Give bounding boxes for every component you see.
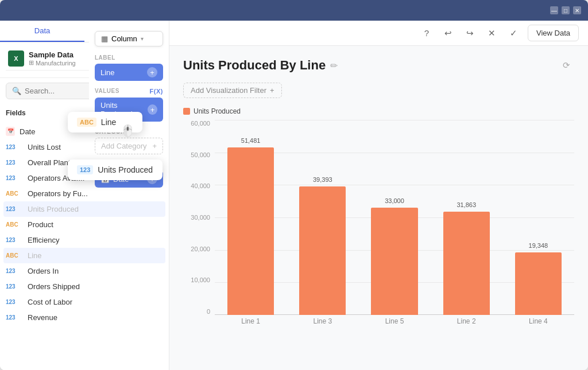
- chart-area: Units Produced By Line ✏ ⟳ Add Visualiza…: [169, 46, 588, 370]
- values-section-header: VALUES F(x): [95, 88, 163, 95]
- y-label-20k: 20,000: [191, 246, 210, 252]
- help-button[interactable]: ?: [419, 25, 435, 41]
- filter-plus-icon: +: [270, 86, 274, 95]
- y-label-30k: 30,000: [191, 214, 210, 221]
- undo-button[interactable]: ↩: [440, 25, 457, 41]
- search-icon: 🔍: [12, 87, 21, 95]
- bar-val-line2: 31,863: [457, 201, 476, 208]
- label-add-button[interactable]: +: [147, 67, 157, 77]
- redo-button[interactable]: ↪: [462, 25, 478, 41]
- drag-item-units: 123 Units Produced: [77, 165, 153, 174]
- bar-val-line4: 19,348: [529, 242, 548, 249]
- x-label-line3: Line 3: [287, 317, 358, 325]
- field-line[interactable]: ABC Line: [3, 248, 165, 263]
- confirm-button[interactable]: ✓: [506, 25, 522, 41]
- chart-type-selector[interactable]: ▦ Column ▾: [95, 31, 163, 46]
- values-popup-label: Units Produced: [98, 165, 153, 174]
- y-label-10k: 10,000: [191, 276, 210, 283]
- bar-val-line3: 39,393: [313, 176, 332, 183]
- bar-col-line2: 31,863: [431, 120, 502, 315]
- field-name-product: Product: [28, 220, 53, 229]
- field-name-units-lost: Units Lost: [28, 143, 61, 151]
- field-type-orders-ship: 123: [6, 283, 23, 290]
- close-chart-button[interactable]: ✕: [484, 25, 500, 41]
- bar-line4[interactable]: 19,348: [515, 252, 562, 315]
- field-type-line: ABC: [6, 252, 23, 259]
- main-window: — □ ✕ Data Settings X Sample Data ⊞: [0, 0, 588, 370]
- field-type-units-prod: 123: [6, 206, 23, 212]
- y-label-50k: 50,000: [191, 151, 210, 158]
- label-section-header: LABEL: [95, 54, 163, 61]
- excel-icon: X: [8, 50, 24, 67]
- bar-col-line4: 19,348: [502, 120, 574, 315]
- values-add-button[interactable]: +: [148, 104, 157, 115]
- field-type-efficiency: 123: [6, 237, 23, 243]
- field-type-ops-avail: 123: [6, 175, 23, 181]
- field-name-ops-fu: Operators by Fu...: [28, 189, 88, 198]
- chart-type-icon: ▦: [101, 34, 108, 43]
- bars-row: 51,481 39,393: [215, 120, 574, 315]
- field-name-orders-ship: Orders Shipped: [28, 282, 80, 291]
- bar-col-line3: 39,393: [287, 120, 358, 315]
- field-name-date: Date: [20, 127, 35, 136]
- chart-refresh-icon[interactable]: ⟳: [558, 57, 574, 73]
- bar-line2[interactable]: 31,863: [443, 212, 490, 315]
- drag-popup-units: 123 Units Produced: [68, 159, 163, 180]
- view-data-button[interactable]: View Data: [528, 25, 579, 41]
- right-panel: ? ↩ ↪ ✕ ✓ View Data Units Produced By Li…: [169, 21, 588, 370]
- x-label-line4: Line 4: [502, 317, 574, 325]
- y-label-0: 0: [207, 308, 210, 315]
- field-cost-of-labor[interactable]: 123 Cost of Labor: [3, 294, 165, 310]
- chart-toolbar: ? ↩ ↪ ✕ ✓ View Data: [169, 21, 588, 46]
- field-units-produced[interactable]: 123 Units Produced: [3, 201, 165, 217]
- field-type-orders-in: 123: [6, 268, 23, 274]
- field-type-units-lost: 123: [6, 144, 23, 150]
- bar-val-line5: 33,000: [385, 197, 404, 204]
- field-type-product: ABC: [6, 221, 23, 228]
- field-product[interactable]: ABC Product: [3, 217, 165, 232]
- minimize-button[interactable]: —: [550, 6, 558, 14]
- field-type-cost: 123: [6, 299, 23, 305]
- bar-line5[interactable]: 33,000: [371, 208, 417, 315]
- bar-col-line1: 51,481: [215, 120, 287, 315]
- bar-line1[interactable]: 51,481: [227, 147, 274, 315]
- window-controls: — □ ✕: [550, 6, 581, 14]
- num-badge: 123: [77, 165, 93, 174]
- bar-col-line5: 33,000: [358, 120, 430, 315]
- field-type-ops-fu: ABC: [6, 190, 23, 197]
- field-name-orders-in: Orders In: [28, 267, 59, 275]
- legend-label: Units Produced: [194, 107, 241, 115]
- bar-line3[interactable]: 39,393: [299, 186, 346, 315]
- drag-item-label: Line: [101, 118, 116, 127]
- maximize-button[interactable]: □: [562, 6, 570, 14]
- y-label-60k: 60,000: [191, 120, 210, 127]
- field-orders-shipped[interactable]: 123 Orders Shipped: [3, 279, 165, 294]
- x-label-line5: Line 5: [358, 317, 430, 325]
- x-label-line2: Line 2: [431, 317, 502, 325]
- bars-area: 51,481 39,393: [215, 120, 574, 315]
- edit-title-icon[interactable]: ✏: [330, 60, 338, 71]
- label-section: LABEL Line +: [95, 54, 163, 81]
- field-name-revenue: Revenue: [28, 313, 57, 322]
- field-revenue[interactable]: 123 Revenue: [3, 310, 165, 325]
- abc-badge: ABC: [77, 118, 96, 127]
- field-name-units-prod: Units Produced: [28, 205, 79, 213]
- legend-color-dot: [183, 108, 190, 115]
- close-window-button[interactable]: ✕: [573, 6, 581, 14]
- drag-popup-line: ABC Line: [68, 112, 142, 133]
- chart-inner: 60,000 50,000 40,000 30,000 20,000 10,00…: [183, 120, 574, 315]
- field-type-revenue: 123: [6, 314, 23, 321]
- date-icon: 📅: [6, 127, 15, 136]
- chart-title: Units Produced By Line: [183, 58, 326, 73]
- chart-type-label: Column: [111, 34, 137, 43]
- category-plus-icon: +: [152, 142, 157, 150]
- label-field-pill[interactable]: Line +: [95, 64, 163, 81]
- field-orders-in[interactable]: 123 Orders In: [3, 263, 165, 279]
- field-efficiency[interactable]: 123 Efficiency: [3, 232, 165, 248]
- field-name-cost: Cost of Labor: [28, 298, 72, 306]
- tab-data[interactable]: Data: [0, 21, 84, 42]
- add-filter-button[interactable]: Add Visualization Filter +: [183, 83, 282, 98]
- fields-label: Fields: [6, 109, 26, 117]
- titlebar: — □ ✕: [0, 0, 588, 21]
- category-add-field[interactable]: Add Category +: [95, 138, 163, 154]
